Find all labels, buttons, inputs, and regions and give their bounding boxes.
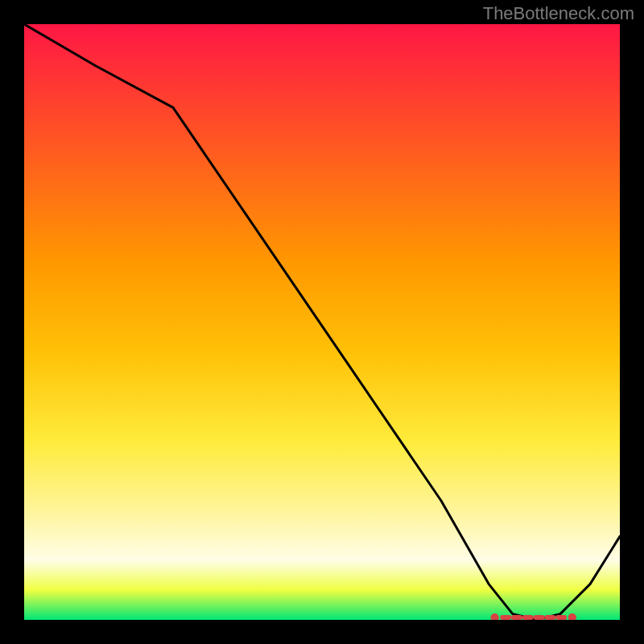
svg-rect-6: [555, 615, 567, 620]
svg-rect-1: [500, 615, 511, 620]
plot-area: [24, 24, 620, 620]
line-chart-svg: [24, 24, 620, 620]
chart-container: TheBottleneck.com: [0, 0, 644, 644]
svg-rect-4: [534, 615, 545, 620]
svg-rect-5: [544, 615, 555, 620]
attribution-label: TheBottleneck.com: [483, 3, 634, 24]
svg-rect-3: [522, 615, 534, 620]
gradient-background: [24, 24, 620, 620]
svg-rect-2: [511, 615, 522, 620]
